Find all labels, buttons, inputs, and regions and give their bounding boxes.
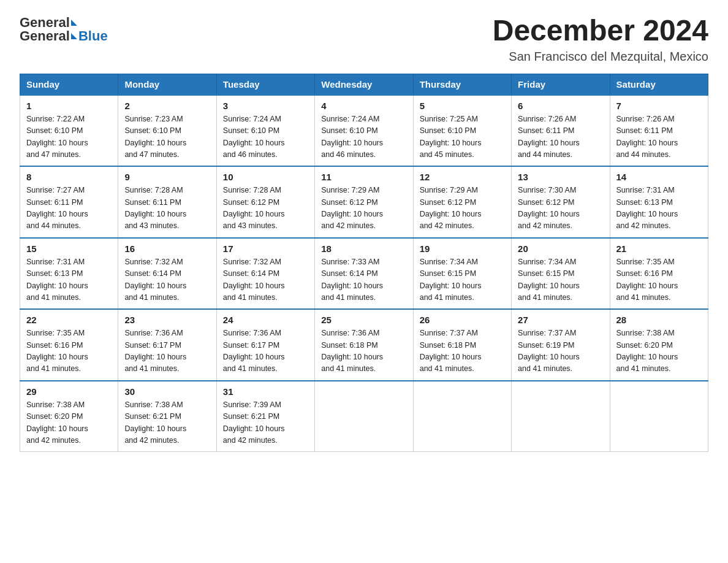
table-row: 18 Sunrise: 7:33 AMSunset: 6:14 PMDaylig…	[315, 238, 413, 310]
calendar-table: Sunday Monday Tuesday Wednesday Thursday…	[20, 74, 708, 453]
day-info: Sunrise: 7:38 AMSunset: 6:21 PMDaylight:…	[124, 399, 210, 447]
day-number: 10	[223, 172, 308, 182]
location-text: San Francisco del Mezquital, Mexico	[493, 50, 708, 64]
col-sunday: Sunday	[20, 74, 118, 95]
table-row	[610, 381, 708, 452]
day-number: 27	[518, 315, 603, 325]
day-info: Sunrise: 7:39 AMSunset: 6:21 PMDaylight:…	[223, 399, 308, 447]
table-row: 22 Sunrise: 7:35 AMSunset: 6:16 PMDaylig…	[20, 309, 118, 381]
table-row: 17 Sunrise: 7:32 AMSunset: 6:14 PMDaylig…	[216, 238, 314, 310]
table-row: 31 Sunrise: 7:39 AMSunset: 6:21 PMDaylig…	[216, 381, 314, 452]
table-row: 21 Sunrise: 7:35 AMSunset: 6:16 PMDaylig…	[610, 238, 708, 310]
day-info: Sunrise: 7:38 AMSunset: 6:20 PMDaylight:…	[26, 399, 112, 447]
table-row: 25 Sunrise: 7:36 AMSunset: 6:18 PMDaylig…	[315, 309, 413, 381]
day-number: 22	[26, 315, 112, 325]
table-row: 15 Sunrise: 7:31 AMSunset: 6:13 PMDaylig…	[20, 238, 118, 310]
title-block: December 2024 San Francisco del Mezquita…	[493, 15, 708, 64]
day-info: Sunrise: 7:35 AMSunset: 6:16 PMDaylight:…	[616, 256, 702, 304]
calendar-week-row: 1 Sunrise: 7:22 AMSunset: 6:10 PMDayligh…	[20, 95, 708, 167]
day-info: Sunrise: 7:36 AMSunset: 6:18 PMDaylight:…	[321, 327, 406, 375]
day-number: 13	[518, 172, 603, 182]
table-row	[512, 381, 610, 452]
table-row: 28 Sunrise: 7:38 AMSunset: 6:20 PMDaylig…	[610, 309, 708, 381]
col-friday: Friday	[512, 74, 610, 95]
day-number: 25	[321, 315, 406, 325]
day-number: 8	[26, 172, 112, 182]
day-info: Sunrise: 7:24 AMSunset: 6:10 PMDaylight:…	[321, 113, 406, 161]
logo-blue-text: Blue	[78, 28, 108, 44]
col-tuesday: Tuesday	[216, 74, 314, 95]
table-row	[315, 381, 413, 452]
day-info: Sunrise: 7:33 AMSunset: 6:14 PMDaylight:…	[321, 256, 406, 304]
table-row: 16 Sunrise: 7:32 AMSunset: 6:14 PMDaylig…	[118, 238, 216, 310]
day-info: Sunrise: 7:36 AMSunset: 6:17 PMDaylight:…	[223, 327, 308, 375]
day-number: 1	[26, 101, 112, 111]
day-info: Sunrise: 7:30 AMSunset: 6:12 PMDaylight:…	[518, 185, 603, 232]
day-number: 17	[223, 243, 308, 254]
day-info: Sunrise: 7:31 AMSunset: 6:13 PMDaylight:…	[26, 256, 112, 304]
table-row: 26 Sunrise: 7:37 AMSunset: 6:18 PMDaylig…	[413, 309, 511, 381]
day-number: 24	[223, 315, 308, 325]
table-row: 20 Sunrise: 7:34 AMSunset: 6:15 PMDaylig…	[512, 238, 610, 310]
table-row: 8 Sunrise: 7:27 AMSunset: 6:11 PMDayligh…	[20, 166, 118, 238]
calendar-week-row: 22 Sunrise: 7:35 AMSunset: 6:16 PMDaylig…	[20, 309, 708, 381]
table-row: 23 Sunrise: 7:36 AMSunset: 6:17 PMDaylig…	[118, 309, 216, 381]
day-number: 29	[26, 386, 112, 397]
day-number: 19	[420, 243, 505, 254]
day-number: 6	[518, 101, 603, 111]
day-info: Sunrise: 7:36 AMSunset: 6:17 PMDaylight:…	[124, 327, 210, 375]
logo-arrow-icon2	[71, 33, 77, 39]
day-number: 11	[321, 172, 406, 182]
col-saturday: Saturday	[610, 74, 708, 95]
day-info: Sunrise: 7:32 AMSunset: 6:14 PMDaylight:…	[223, 256, 308, 304]
day-info: Sunrise: 7:29 AMSunset: 6:12 PMDaylight:…	[321, 185, 406, 232]
day-number: 9	[124, 172, 210, 182]
table-row: 12 Sunrise: 7:29 AMSunset: 6:12 PMDaylig…	[413, 166, 511, 238]
col-wednesday: Wednesday	[315, 74, 413, 95]
calendar-header-row: Sunday Monday Tuesday Wednesday Thursday…	[20, 74, 708, 95]
day-number: 14	[616, 172, 702, 182]
table-row: 10 Sunrise: 7:28 AMSunset: 6:12 PMDaylig…	[216, 166, 314, 238]
table-row: 6 Sunrise: 7:26 AMSunset: 6:11 PMDayligh…	[512, 95, 610, 167]
table-row: 9 Sunrise: 7:28 AMSunset: 6:11 PMDayligh…	[118, 166, 216, 238]
day-info: Sunrise: 7:27 AMSunset: 6:11 PMDaylight:…	[26, 185, 112, 232]
table-row: 13 Sunrise: 7:30 AMSunset: 6:12 PMDaylig…	[512, 166, 610, 238]
table-row: 11 Sunrise: 7:29 AMSunset: 6:12 PMDaylig…	[315, 166, 413, 238]
day-number: 5	[420, 101, 505, 111]
day-number: 28	[616, 315, 702, 325]
day-number: 20	[518, 243, 603, 254]
day-info: Sunrise: 7:37 AMSunset: 6:19 PMDaylight:…	[518, 327, 603, 375]
day-info: Sunrise: 7:38 AMSunset: 6:20 PMDaylight:…	[616, 327, 702, 375]
day-info: Sunrise: 7:32 AMSunset: 6:14 PMDaylight:…	[124, 256, 210, 304]
calendar-week-row: 15 Sunrise: 7:31 AMSunset: 6:13 PMDaylig…	[20, 238, 708, 310]
page-header: General General Blue December 2024 San F…	[20, 15, 708, 64]
table-row: 4 Sunrise: 7:24 AMSunset: 6:10 PMDayligh…	[315, 95, 413, 167]
month-title: December 2024	[493, 15, 708, 47]
col-monday: Monday	[118, 74, 216, 95]
logo-arrow-icon	[71, 20, 77, 26]
day-number: 2	[124, 101, 210, 111]
calendar-week-row: 8 Sunrise: 7:27 AMSunset: 6:11 PMDayligh…	[20, 166, 708, 238]
calendar-week-row: 29 Sunrise: 7:38 AMSunset: 6:20 PMDaylig…	[20, 381, 708, 452]
day-number: 21	[616, 243, 702, 254]
table-row	[413, 381, 511, 452]
logo: General General Blue	[20, 15, 108, 44]
day-number: 31	[223, 386, 308, 397]
day-info: Sunrise: 7:34 AMSunset: 6:15 PMDaylight:…	[518, 256, 603, 304]
day-number: 3	[223, 101, 308, 111]
table-row: 29 Sunrise: 7:38 AMSunset: 6:20 PMDaylig…	[20, 381, 118, 452]
day-number: 7	[616, 101, 702, 111]
day-number: 30	[124, 386, 210, 397]
table-row: 27 Sunrise: 7:37 AMSunset: 6:19 PMDaylig…	[512, 309, 610, 381]
day-number: 18	[321, 243, 406, 254]
day-info: Sunrise: 7:26 AMSunset: 6:11 PMDaylight:…	[518, 113, 603, 161]
table-row: 19 Sunrise: 7:34 AMSunset: 6:15 PMDaylig…	[413, 238, 511, 310]
day-info: Sunrise: 7:22 AMSunset: 6:10 PMDaylight:…	[26, 113, 112, 161]
day-info: Sunrise: 7:31 AMSunset: 6:13 PMDaylight:…	[616, 185, 702, 232]
day-info: Sunrise: 7:28 AMSunset: 6:11 PMDaylight:…	[124, 185, 210, 232]
logo-general-text2: General	[20, 28, 70, 44]
day-number: 4	[321, 101, 406, 111]
table-row: 24 Sunrise: 7:36 AMSunset: 6:17 PMDaylig…	[216, 309, 314, 381]
day-info: Sunrise: 7:26 AMSunset: 6:11 PMDaylight:…	[616, 113, 702, 161]
table-row: 14 Sunrise: 7:31 AMSunset: 6:13 PMDaylig…	[610, 166, 708, 238]
